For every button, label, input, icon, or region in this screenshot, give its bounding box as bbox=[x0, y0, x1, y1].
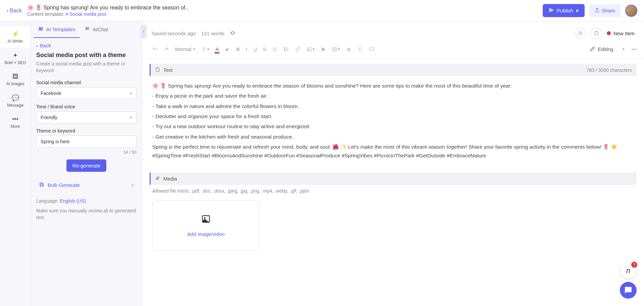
notification-badge: 7 bbox=[631, 262, 637, 268]
text-color-button[interactable]: A bbox=[213, 44, 221, 54]
avatar[interactable] bbox=[625, 5, 637, 17]
saved-status: Saved seconds ago bbox=[152, 31, 196, 36]
table-button[interactable]: ▾ bbox=[329, 45, 343, 54]
svg-marker-24 bbox=[322, 47, 325, 51]
image-icon bbox=[201, 214, 211, 226]
underline-button[interactable]: U bbox=[251, 44, 260, 54]
tone-select[interactable]: Friendly ▾ bbox=[36, 111, 137, 123]
style-label: Normal bbox=[175, 46, 191, 52]
editor-content[interactable]: 🌸 🌷 Spring has sprung! Are you ready to … bbox=[142, 76, 644, 167]
clear-format-button[interactable] bbox=[355, 45, 366, 54]
notifications-bubble[interactable]: n 7 bbox=[621, 263, 636, 278]
media-note: Allowed file extns: .pdf, .doc, .docx, .… bbox=[142, 185, 644, 197]
document-title: 🌸 🌷 Spring has sprung! Are you ready to … bbox=[27, 4, 188, 11]
chevron-down-icon: ▾ bbox=[130, 115, 132, 120]
rail-brief-seo[interactable]: ✦ Brief + SEO bbox=[0, 48, 31, 69]
n-icon: n bbox=[626, 266, 630, 275]
template-label: Content template: bbox=[27, 11, 64, 17]
bulk-generate-button[interactable]: Bulk Generate ▸ bbox=[36, 178, 137, 192]
intercom-chat-button[interactable] bbox=[620, 282, 637, 299]
attachment-icon bbox=[155, 176, 160, 182]
chevron-left-icon: ‹ bbox=[7, 8, 8, 14]
svg-point-14 bbox=[273, 50, 274, 51]
chevron-down-icon: ▾ bbox=[623, 47, 625, 51]
add-collaborator-button[interactable] bbox=[575, 28, 586, 39]
tab-ai-chat[interactable]: AIChat bbox=[80, 21, 113, 38]
copy-icon bbox=[39, 182, 44, 188]
upload-box[interactable]: Add image/video bbox=[152, 200, 260, 251]
bolt-icon: ⚡ bbox=[12, 30, 19, 38]
strikethrough-button[interactable]: S bbox=[260, 44, 269, 54]
media-section-label: Media bbox=[163, 176, 177, 182]
rail-message[interactable]: 💬 Message bbox=[0, 90, 31, 112]
panel-back-button[interactable]: ‹ Back bbox=[36, 43, 137, 48]
header-left: ‹ Back 🌸 🌷 Spring has sprung! Are you re… bbox=[7, 4, 188, 17]
chat-icon: 💬 bbox=[12, 94, 19, 102]
svg-rect-0 bbox=[39, 27, 40, 31]
header-right: Publish ▾ Share bbox=[543, 4, 637, 17]
emoji-button[interactable]: ☺ bbox=[343, 44, 354, 54]
chevron-down-icon: ▾ bbox=[130, 91, 132, 96]
align-button[interactable]: ▾ bbox=[199, 45, 212, 54]
content-bullet-5: - Get creative in the kitchen with fresh… bbox=[152, 133, 634, 141]
svg-text:3: 3 bbox=[284, 50, 285, 51]
redo-button[interactable] bbox=[161, 45, 172, 54]
theme-input[interactable] bbox=[36, 136, 137, 148]
more-icon[interactable]: ••• bbox=[631, 46, 637, 52]
editor-area: Saved seconds ago 131 words New Item bbox=[142, 21, 644, 306]
publish-button[interactable]: Publish ▾ bbox=[543, 4, 585, 17]
svg-rect-2 bbox=[41, 27, 43, 31]
svg-rect-6 bbox=[594, 32, 598, 35]
svg-point-5 bbox=[579, 32, 581, 33]
undo-button[interactable] bbox=[150, 45, 160, 54]
template-link[interactable]: # Social media post bbox=[65, 11, 106, 17]
italic-button[interactable]: I bbox=[243, 44, 250, 54]
upload-icon bbox=[595, 8, 600, 14]
share-button[interactable]: Share bbox=[589, 4, 621, 17]
chevron-left-icon: ‹ bbox=[36, 43, 38, 48]
numbered-list-button[interactable]: 123 bbox=[281, 45, 292, 54]
red-dot-icon bbox=[607, 31, 611, 35]
regenerate-button[interactable]: Re-generate bbox=[66, 159, 106, 172]
back-button[interactable]: ‹ Back bbox=[7, 8, 22, 14]
editor-statusbar: Saved seconds ago 131 words New Item bbox=[142, 21, 644, 42]
svg-point-10 bbox=[273, 48, 274, 48]
rail-ai-writer[interactable]: ⚡ AI Writer bbox=[0, 26, 31, 48]
tone-label: Tone / Brand voice bbox=[36, 104, 137, 109]
main-wrap: ⚡ AI Writer ✦ Brief + SEO 🖼 AI Images 💬 … bbox=[0, 21, 644, 306]
rail-brief-seo-label: Brief + SEO bbox=[5, 60, 26, 65]
svg-rect-4 bbox=[40, 183, 43, 186]
status-right: New Item bbox=[575, 28, 635, 39]
tab-chat-label: AIChat bbox=[93, 27, 108, 32]
svg-point-30 bbox=[204, 217, 206, 219]
chevron-right-icon: ▸ bbox=[132, 183, 134, 187]
chevron-down-icon: ▾ bbox=[313, 47, 315, 51]
bullet-list-button[interactable] bbox=[270, 45, 280, 54]
image-button[interactable]: ▾ bbox=[304, 45, 317, 54]
comment-button[interactable] bbox=[366, 45, 377, 54]
char-count: 783 / 3000 characters bbox=[587, 67, 632, 73]
rail-more[interactable]: ••• More bbox=[0, 112, 31, 133]
editing-mode-select[interactable]: Editing ▾ ••• bbox=[590, 46, 637, 52]
eye-icon[interactable] bbox=[230, 30, 236, 37]
document-icon bbox=[155, 67, 160, 73]
tab-ai-templates[interactable]: AI Templates bbox=[34, 21, 80, 38]
channel-select[interactable]: Facebook ▾ bbox=[36, 87, 137, 99]
paragraph-style-select[interactable]: Normal ▾ bbox=[172, 44, 198, 54]
side-tabs: AI Templates AIChat bbox=[31, 21, 142, 38]
bold-button[interactable]: B bbox=[233, 44, 243, 54]
rail-ai-images[interactable]: 🖼 AI Images bbox=[0, 69, 31, 90]
language-link[interactable]: English (US) bbox=[60, 198, 86, 204]
brief-button[interactable] bbox=[591, 28, 602, 39]
video-button[interactable] bbox=[318, 45, 329, 54]
review-note: Make sure you manually review all AI gen… bbox=[36, 208, 137, 221]
highlight-button[interactable] bbox=[222, 45, 233, 54]
link-button[interactable] bbox=[292, 45, 303, 54]
new-item-status[interactable]: New Item bbox=[607, 31, 635, 36]
rail-more-label: More bbox=[11, 124, 20, 129]
svg-rect-22 bbox=[307, 47, 311, 51]
books-icon bbox=[38, 26, 44, 33]
bulk-left: Bulk Generate bbox=[39, 182, 80, 188]
collapse-panel-button[interactable]: ‹ bbox=[141, 25, 147, 38]
chevron-down-icon: ▾ bbox=[193, 47, 195, 51]
